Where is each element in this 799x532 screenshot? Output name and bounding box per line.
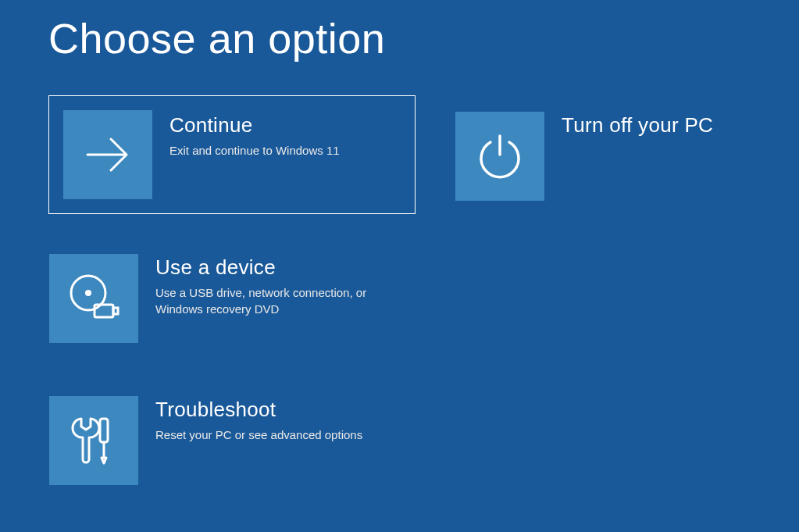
continue-title: Continue: [169, 113, 399, 137]
option-turnoff[interactable]: Turn off your PC: [455, 95, 767, 214]
svg-rect-5: [113, 308, 118, 314]
page-title: Choose an option: [48, 14, 751, 62]
disc-usb-icon: [66, 271, 121, 326]
svg-rect-6: [100, 419, 108, 442]
option-usedevice[interactable]: Use a device Use a USB drive, network co…: [48, 237, 416, 356]
power-icon: [475, 131, 525, 181]
continue-text: Continue Exit and continue to Windows 11: [152, 96, 415, 159]
usedevice-text: Use a device Use a USB drive, network co…: [138, 238, 415, 317]
turnoff-text: Turn off your PC: [544, 96, 766, 142]
svg-point-3: [85, 290, 91, 296]
continue-icon-box: [63, 110, 152, 199]
options-grid: Continue Exit and continue to Windows 11…: [48, 95, 751, 498]
turnoff-icon-box: [455, 112, 544, 201]
troubleshoot-desc: Reset your PC or see advanced options: [155, 427, 399, 443]
continue-desc: Exit and continue to Windows 11: [169, 142, 399, 159]
option-troubleshoot[interactable]: Troubleshoot Reset your PC or see advanc…: [48, 380, 416, 498]
troubleshoot-title: Troubleshoot: [155, 398, 399, 422]
turnoff-title: Turn off your PC: [562, 113, 751, 137]
option-continue[interactable]: Continue Exit and continue to Windows 11: [48, 95, 416, 214]
arrow-right-icon: [81, 128, 134, 181]
usedevice-desc: Use a USB drive, network connection, or …: [155, 284, 399, 317]
tools-icon: [69, 414, 119, 467]
troubleshoot-icon-box: [49, 396, 138, 485]
usedevice-title: Use a device: [155, 255, 399, 280]
troubleshoot-text: Troubleshoot Reset your PC or see advanc…: [138, 380, 415, 443]
usedevice-icon-box: [49, 254, 138, 343]
